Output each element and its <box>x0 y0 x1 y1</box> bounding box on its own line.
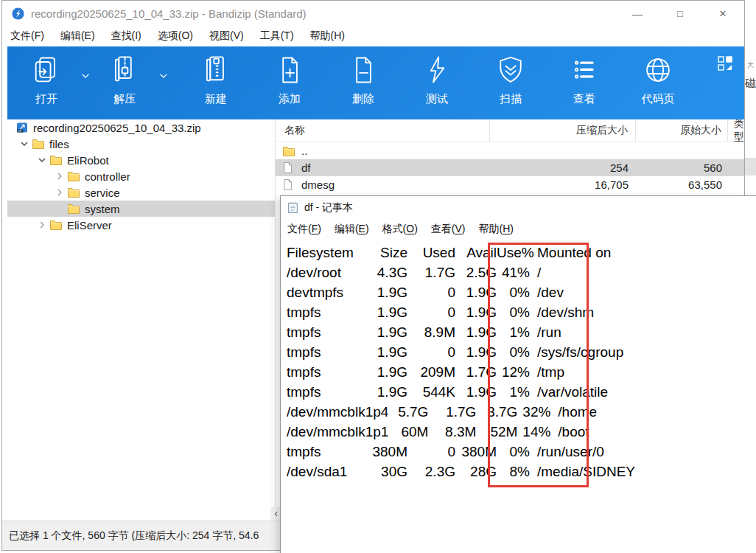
bandizip-menu-item[interactable]: 视图(V) <box>201 29 252 43</box>
tree-item-elirobot[interactable]: EliRobot <box>7 152 275 168</box>
open-icon <box>30 54 63 86</box>
test-icon <box>421 54 453 86</box>
toolbar-button-codepage[interactable]: 代码页 <box>634 52 682 106</box>
bandizip-app-icon <box>12 7 24 20</box>
toolbar-buttons: 打开解压新建添加删除测试扫描查看代码页 <box>7 46 744 119</box>
new-icon <box>200 54 232 86</box>
tree-item-recording20250625-10-04-33-zip[interactable]: ZIPrecording20250625_10_04_33.zip <box>7 119 275 136</box>
chevron-right-icon[interactable] <box>34 217 50 233</box>
background-window-row-fragment <box>744 158 756 175</box>
bandizip-menubar: 文件(F)编辑(E)查找(I)选项(O)视图(V)工具(T)帮助(H) <box>2 26 744 46</box>
tree-item-eliserver[interactable]: EliServer <box>7 217 275 233</box>
scan-icon <box>494 54 527 86</box>
notepad-menu-item[interactable]: 编辑(E) <box>328 223 376 236</box>
notepad-menu-item[interactable]: 文件(F) <box>281 223 328 236</box>
bandizip-menu-item[interactable]: 编辑(E) <box>52 29 103 43</box>
status-text: 已选择 1 个文件, 560 字节 (压缩后大小: 254 字节, 54.6 <box>9 529 259 543</box>
chevron-down-icon[interactable] <box>16 136 32 152</box>
toolbar-button-add[interactable]: 添加 <box>265 52 314 106</box>
bandizip-menu-item[interactable]: 工具(T) <box>252 29 302 43</box>
toolbar-button-test[interactable]: 测试 <box>413 52 461 106</box>
notepad-menu-item[interactable]: 查看(V) <box>424 223 472 236</box>
chevron-right-icon[interactable] <box>52 168 68 184</box>
archive-tree-panel: ZIPrecording20250625_10_04_33.zipfilesEl… <box>7 119 276 521</box>
background-window-fragment: 磁 <box>745 77 756 91</box>
folder-icon <box>32 138 46 150</box>
zip-archive-icon: ZIP <box>16 122 29 133</box>
notepad-app-icon <box>287 201 299 214</box>
folder-icon <box>68 187 81 198</box>
bandizip-toolbar: 打开解压新建添加删除测试扫描查看代码页 <box>7 46 744 119</box>
close-button[interactable]: ✕ <box>701 1 744 26</box>
file-row-dmesg[interactable]: dmesg16,70563,550 <box>276 176 744 193</box>
file-row--[interactable]: .. <box>276 142 744 159</box>
bandizip-window-controls: — □ ✕ <box>616 1 744 26</box>
notepad-menubar: 文件(F)编辑(E)格式(O)查看(V)帮助(H) <box>281 219 756 240</box>
toolbar-button-view[interactable]: 查看 <box>560 52 609 106</box>
notepad-menu-item[interactable]: 格式(O) <box>376 223 424 236</box>
tree-item-controller[interactable]: controller <box>7 168 275 184</box>
bandizip-menu-item[interactable]: 文件(F) <box>2 29 52 43</box>
maximize-button[interactable]: □ <box>659 1 701 26</box>
toolbar-button-open[interactable]: 打开 <box>22 52 71 106</box>
folder-icon <box>68 170 81 182</box>
chevron-down-icon[interactable] <box>34 152 50 168</box>
toolbar-button-new[interactable]: 新建 <box>192 52 240 106</box>
bandizip-menu-item[interactable]: 帮助(H) <box>302 29 353 43</box>
minimize-button[interactable]: — <box>616 1 659 26</box>
chevron-placeholder <box>52 201 68 217</box>
toolbar-dropdown-open[interactable] <box>71 52 100 100</box>
file-row-df[interactable]: df254560 <box>276 159 744 176</box>
bandizip-window-title: recording20250625_10_04_33.zip - Bandizi… <box>31 7 307 20</box>
column-header-2[interactable]: 原始大小 <box>636 119 728 142</box>
bandizip-menu-item[interactable]: 选项(O) <box>150 29 201 43</box>
toolbar-button-scan[interactable]: 扫描 <box>486 52 535 106</box>
file-list-header: 名称压缩后大小原始大小类型 <box>276 119 744 142</box>
folder-icon <box>283 145 296 157</box>
background-window-fragment: 大 <box>747 60 754 70</box>
svg-text:ZIP: ZIP <box>18 130 22 133</box>
folder-icon <box>50 219 63 231</box>
column-header-3[interactable]: 类型 <box>728 119 744 142</box>
toolbar-button-extract[interactable]: 解压 <box>100 52 149 106</box>
bandizip-menu-item[interactable]: 查找(I) <box>103 29 150 43</box>
chevron-right-icon[interactable] <box>52 184 68 201</box>
folder-icon <box>50 154 63 166</box>
folder-icon <box>68 203 81 215</box>
delete-icon <box>347 54 379 86</box>
file-icon <box>283 179 296 191</box>
column-header-1[interactable]: 压缩后大小 <box>490 119 636 142</box>
tree-item-files[interactable]: files <box>7 136 275 152</box>
notepad-titlebar: df - 记事本 <box>281 196 756 219</box>
toolbar-button-delete[interactable]: 删除 <box>339 52 388 106</box>
extract-icon <box>108 54 141 86</box>
column-header-0[interactable]: 名称 <box>276 119 490 142</box>
notepad-menu-item[interactable]: 帮助(H) <box>472 223 520 236</box>
layout-grid-icon[interactable] <box>718 56 732 71</box>
view-icon <box>568 54 601 86</box>
codepage-icon <box>642 54 674 86</box>
file-icon <box>283 162 296 174</box>
bandizip-titlebar: recording20250625_10_04_33.zip - Bandizi… <box>2 1 744 26</box>
annotation-rect <box>488 243 589 487</box>
add-icon <box>273 54 306 86</box>
tree-item-service[interactable]: service <box>7 184 275 201</box>
tree-item-system[interactable]: system <box>7 201 275 217</box>
notepad-window-title: df - 记事本 <box>304 201 353 215</box>
toolbar-dropdown-extract[interactable] <box>149 52 178 100</box>
file-list-body: ..df254560dmesg16,70563,550 <box>276 142 744 193</box>
